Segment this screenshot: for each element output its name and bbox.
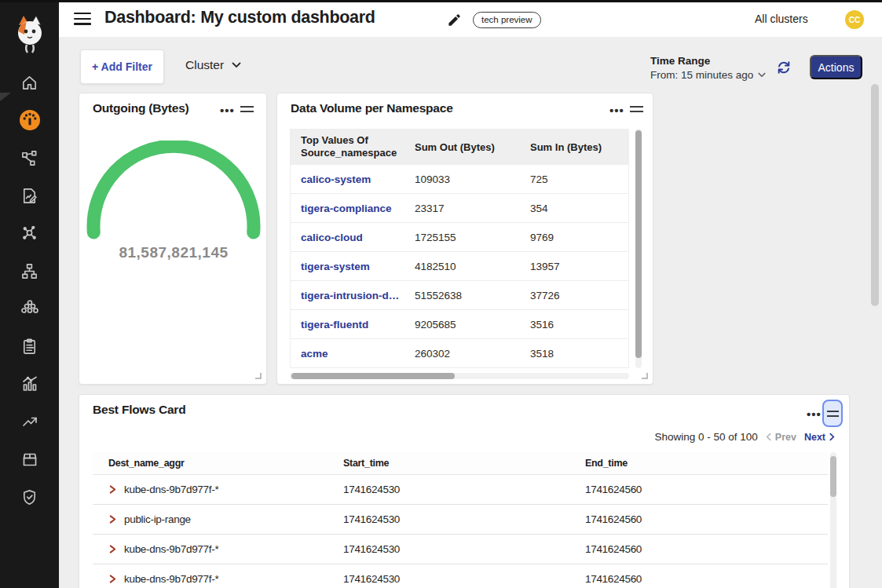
sidebar-item-dashboards-active[interactable]	[0, 101, 59, 139]
add-filter-button[interactable]: + Add Filter	[80, 49, 164, 84]
sum-in-value: 13957	[527, 261, 628, 272]
card-title: Data Volume per Namespace	[291, 101, 453, 115]
table-row: acme 260302 3518	[291, 339, 628, 368]
sum-out-value: 260302	[411, 348, 527, 360]
end-time: 1741624560	[585, 513, 828, 525]
flow-row-expander[interactable]: kube-dns-9b7d977f-*	[93, 543, 343, 555]
sum-in-value: 9769	[527, 232, 628, 243]
sum-out-value: 109033	[411, 173, 527, 185]
edit-dashboard-button[interactable]	[447, 13, 462, 27]
expand-chevron-icon	[108, 574, 117, 584]
table-vertical-scrollbar-thumb[interactable]	[635, 130, 642, 358]
top-header: Dashboard: My custom dashboard tech prev…	[59, 2, 882, 37]
sidebar-item-reports[interactable]	[0, 177, 59, 214]
card-drag-handle[interactable]	[630, 106, 643, 115]
resize-handle[interactable]	[255, 373, 262, 379]
next-page-button[interactable]: Next	[804, 432, 835, 443]
chevron-left-icon	[766, 433, 771, 441]
resize-handle[interactable]	[642, 373, 648, 379]
data-volume-card: Data Volume per Namespace ••• Top Values…	[276, 93, 653, 385]
sidebar-item-workloads[interactable]	[0, 440, 59, 478]
table-row: calico-cloud 1725155 9769	[291, 223, 628, 252]
sidebar-item-security[interactable]	[0, 478, 59, 516]
end-time: 1741624560	[585, 543, 828, 555]
flow-row-expander[interactable]: public-ip-range	[93, 513, 343, 525]
table-row: public-ip-range 1741624530 1741624560	[93, 505, 828, 535]
card-menu-button[interactable]: •••	[220, 107, 235, 115]
chevron-right-icon	[829, 433, 835, 441]
service-graph-icon	[20, 149, 38, 167]
sidebar-item-threat-graph[interactable]	[0, 214, 59, 252]
dest-name: kube-dns-9b7d977f-*	[124, 573, 218, 585]
pencil-icon	[447, 13, 462, 27]
sidebar-item-network[interactable]	[0, 252, 59, 290]
table-row: kube-dns-9b7d977f-* 1741624530 174162456…	[93, 564, 828, 588]
column-header: Start_time	[343, 458, 585, 469]
namespace-link[interactable]: acme	[291, 348, 411, 360]
table-row: calico-system 109033 725	[291, 165, 628, 194]
page-scrollbar-thumb[interactable]	[871, 84, 879, 306]
calico-logo[interactable]	[13, 14, 47, 53]
menu-button[interactable]	[74, 13, 91, 26]
expand-chevron-icon	[108, 514, 117, 524]
sum-in-value: 3518	[527, 348, 628, 360]
chevron-down-icon	[758, 72, 766, 78]
card-menu-button[interactable]: •••	[609, 107, 624, 115]
table-vertical-scrollbar-thumb[interactable]	[830, 456, 836, 497]
namespace-link[interactable]: calico-cloud	[291, 232, 411, 243]
flows-table: Dest_name_aggr Start_time End_time kube-…	[93, 452, 828, 588]
trend-arrow-icon	[20, 412, 39, 431]
bar-chart-icon	[20, 374, 39, 393]
start-time: 1741624530	[343, 573, 585, 585]
home-icon	[20, 74, 38, 92]
table-body: calico-system 109033 725 tigera-complian…	[291, 165, 628, 368]
namespace-link[interactable]: calico-system	[291, 173, 411, 185]
namespace-link[interactable]: tigera-fluentd	[291, 319, 411, 331]
dest-name: kube-dns-9b7d977f-*	[124, 484, 218, 495]
card-drag-handle-active[interactable]	[822, 400, 843, 427]
sum-out-value: 51552638	[411, 290, 527, 301]
flow-row-expander[interactable]: kube-dns-9b7d977f-*	[93, 484, 343, 495]
package-icon	[20, 450, 39, 469]
cluster-scope-selector[interactable]: All clusters	[755, 13, 808, 25]
table-body: kube-dns-9b7d977f-* 1741624530 174162456…	[93, 475, 828, 588]
column-header: Sum Out (Bytes)	[411, 141, 527, 153]
table-horizontal-scrollbar-thumb[interactable]	[291, 373, 455, 379]
page-title: Dashboard: My custom dashboard	[104, 8, 375, 27]
sidebar-item-clusters[interactable]	[0, 290, 59, 327]
window-top-strip	[0, 0, 882, 2]
cluster-filter-label: Cluster	[185, 58, 224, 72]
refresh-icon	[776, 60, 792, 75]
sidebar-item-home[interactable]	[0, 64, 59, 101]
chevron-down-icon	[232, 62, 241, 68]
end-time: 1741624560	[585, 484, 828, 495]
sidebar-item-statistics[interactable]	[0, 365, 59, 403]
cluster-filter-dropdown[interactable]: Cluster	[185, 58, 241, 72]
user-avatar[interactable]: CC	[845, 10, 864, 29]
end-time: 1741624560	[585, 573, 828, 585]
cluster-circles-icon	[20, 299, 39, 318]
start-time: 1741624530	[343, 484, 585, 495]
column-header: Dest_name_aggr	[93, 458, 343, 469]
sum-out-value: 9205685	[411, 319, 527, 331]
network-tree-icon	[20, 262, 38, 280]
sidebar-item-service-graph[interactable]	[0, 139, 59, 177]
namespace-link[interactable]: tigera-compliance	[291, 203, 411, 214]
start-time: 1741624530	[343, 543, 585, 555]
gauge-value: 81,587,821,145	[79, 244, 268, 261]
card-drag-handle[interactable]	[240, 106, 254, 115]
expand-chevron-icon	[108, 484, 117, 495]
time-range-selector[interactable]: From: 15 minutes ago	[650, 69, 766, 81]
prev-page-button[interactable]: Prev	[766, 432, 796, 443]
namespace-link[interactable]: tigera-system	[291, 261, 411, 272]
refresh-button[interactable]	[776, 60, 792, 75]
sidebar-item-compliance[interactable]	[0, 327, 59, 365]
card-menu-button[interactable]: •••	[807, 411, 822, 418]
sum-in-value: 725	[527, 173, 628, 185]
actions-button[interactable]: Actions	[810, 55, 862, 79]
flow-row-expander[interactable]: kube-dns-9b7d977f-*	[93, 573, 343, 585]
sidebar-item-trends[interactable]	[0, 403, 59, 440]
dest-name: kube-dns-9b7d977f-*	[124, 543, 218, 555]
time-range-label: Time Range	[650, 55, 710, 67]
namespace-link[interactable]: tigera-intrusion-d…	[291, 290, 411, 301]
